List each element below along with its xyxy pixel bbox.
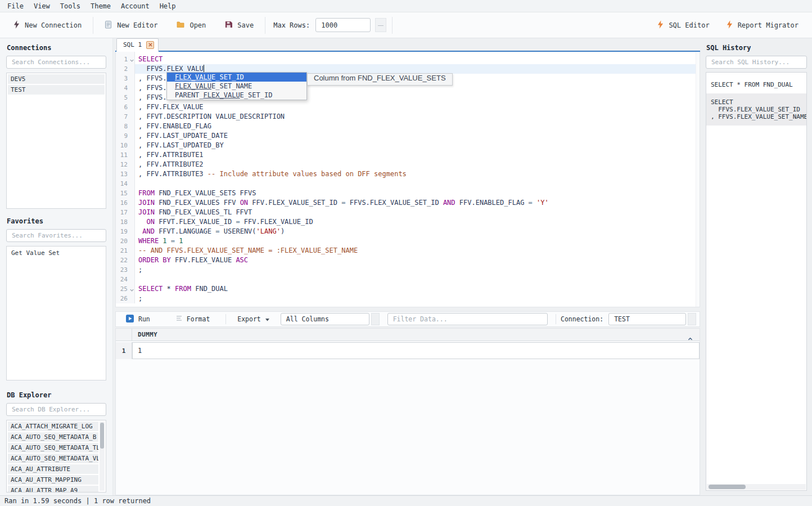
code-text: , FFV.ATTRIBUTE3 -- Include attribute va… bbox=[135, 169, 700, 179]
sql-code-editor[interactable]: 1SELECT2 FFVS.FLEX_VALU3, FFVS.4, FFVS.5… bbox=[115, 52, 700, 307]
code-line[interactable]: 12, FFV.ATTRIBUTE2 bbox=[116, 160, 700, 169]
code-line[interactable]: 23; bbox=[116, 265, 700, 275]
code-line[interactable]: 13, FFV.ATTRIBUTE3 -- Include attribute … bbox=[116, 169, 700, 179]
history-item[interactable]: SELECT FFVS.FLEX_VALUE_SET_ID , FFVS.FLE… bbox=[706, 93, 806, 126]
line-number: 3 bbox=[116, 74, 135, 83]
line-number: 20 bbox=[116, 236, 135, 246]
db-table-item[interactable]: ACA_AUTO_SEQ_METADATA_TL bbox=[8, 443, 98, 453]
code-line[interactable]: 7, FFVT.DESCRIPTION VALUE_DESCRIPTION bbox=[116, 112, 700, 122]
code-line[interactable]: 26; bbox=[116, 294, 700, 303]
results-toolbar: Run Format Export All Columns Connection… bbox=[115, 311, 700, 327]
open-button[interactable]: Open bbox=[171, 17, 211, 33]
code-line[interactable]: 19 AND FFVT.LANGUAGE = USERENV('LANG') bbox=[116, 227, 700, 236]
code-line[interactable]: 25SELECT * FROM FND_DUAL bbox=[116, 284, 700, 294]
play-icon bbox=[126, 315, 134, 324]
code-text: AND FFVT.LANGUAGE = USERENV('LANG') bbox=[135, 227, 700, 236]
connection-label: Connection: bbox=[561, 315, 608, 323]
menu-account[interactable]: Account bbox=[116, 1, 155, 11]
export-button[interactable]: Export bbox=[231, 315, 276, 323]
connection-select-button[interactable] bbox=[688, 313, 696, 325]
code-line[interactable]: 20WHERE 1 = 1 bbox=[116, 236, 700, 246]
code-line[interactable]: 21-- AND FFVS.FLEX_VALUE_SET_NAME = :FLE… bbox=[116, 246, 700, 256]
max-rows-label: Max Rows: bbox=[273, 21, 310, 29]
code-line[interactable]: 17JOIN FND_FLEX_VALUES_TL FFVT bbox=[116, 208, 700, 217]
columns-select[interactable]: All Columns bbox=[281, 313, 369, 325]
tab-sql-1[interactable]: SQL 1 bbox=[116, 38, 159, 52]
format-button[interactable]: Format bbox=[169, 315, 217, 323]
code-text: JOIN FND_FLEX_VALUES FFV ON FFV.FLEX_VAL… bbox=[135, 198, 700, 208]
menu-file[interactable]: File bbox=[2, 1, 29, 11]
scrollbar-thumb[interactable] bbox=[709, 485, 746, 489]
editor-scrollbar[interactable] bbox=[696, 52, 700, 307]
db-table-item[interactable]: ACA_AU_ATTR_MAP_A9 bbox=[8, 486, 98, 492]
autocomplete-item[interactable]: PARENT_FLEX_VALUE_SET_ID bbox=[167, 91, 306, 100]
code-text bbox=[135, 275, 700, 284]
code-line[interactable]: 15FROM FND_FLEX_VALUE_SETS FFVS bbox=[116, 189, 700, 198]
connection-item[interactable]: TEST bbox=[8, 85, 105, 95]
history-item[interactable]: SELECT * FROM FND_DUAL bbox=[706, 76, 806, 93]
code-line[interactable]: 24 bbox=[116, 275, 700, 284]
code-line[interactable]: 1SELECT bbox=[116, 55, 700, 64]
db-table-item[interactable]: ACA_AU_ATTR_MAPPING bbox=[8, 475, 98, 485]
menu-tools[interactable]: Tools bbox=[55, 1, 85, 11]
columns-select-button[interactable] bbox=[371, 313, 380, 325]
row-number: 1 bbox=[116, 342, 132, 359]
line-number: 16 bbox=[116, 198, 135, 208]
db-table-item[interactable]: ACA_ATTACH_MIGRATE_LOG bbox=[8, 422, 98, 431]
report-migrator-button[interactable]: Report Migrator bbox=[721, 17, 804, 34]
menu-theme[interactable]: Theme bbox=[85, 1, 116, 11]
scrollbar-thumb[interactable] bbox=[100, 423, 104, 449]
db-table-item[interactable]: ACA_AU_ATTRIBUTE bbox=[8, 464, 98, 474]
code-text: JOIN FND_FLEX_VALUES_TL FFVT bbox=[135, 208, 700, 217]
autocomplete-item[interactable]: FLEX_VALUE_SET_ID bbox=[167, 73, 306, 82]
chevron-up-icon[interactable] bbox=[688, 333, 693, 343]
save-button[interactable]: Save bbox=[219, 17, 259, 33]
favorite-item[interactable]: Get Value Set bbox=[8, 248, 105, 258]
result-cell[interactable]: 1 bbox=[132, 342, 700, 359]
close-tab-icon[interactable] bbox=[146, 41, 154, 49]
db-table-item[interactable]: ACA_AUTO_SEQ_METADATA_VL bbox=[8, 454, 98, 463]
max-rows-input[interactable] bbox=[315, 18, 371, 32]
code-line[interactable]: 11, FFV.ATTRIBUTE1 bbox=[116, 150, 700, 160]
favorites-title: Favorites bbox=[7, 217, 106, 225]
new-connection-label: New Connection bbox=[25, 21, 82, 29]
run-button[interactable]: Run bbox=[119, 315, 157, 324]
search-favorites-input[interactable] bbox=[6, 229, 106, 242]
filter-data-input[interactable] bbox=[387, 313, 548, 325]
code-line[interactable]: 6, FFV.FLEX_VALUE bbox=[116, 102, 700, 112]
sql-history-scrollbar[interactable] bbox=[707, 484, 806, 490]
db-table-item[interactable]: ACA_AUTO_SEQ_METADATA_B bbox=[8, 432, 98, 442]
connection-select[interactable]: TEST bbox=[608, 313, 686, 325]
code-line[interactable]: 14 bbox=[116, 179, 700, 189]
connection-item[interactable]: DEV5 bbox=[8, 74, 105, 84]
save-label: Save bbox=[237, 21, 254, 29]
code-line[interactable]: 9, FFV.LAST_UPDATE_DATE bbox=[116, 131, 700, 141]
line-number: 19 bbox=[116, 227, 135, 236]
code-text: ON FFVT.FLEX_VALUE_ID = FFV.FLEX_VALUE_I… bbox=[135, 217, 700, 227]
menu-help[interactable]: Help bbox=[155, 1, 181, 11]
menu-view[interactable]: View bbox=[29, 1, 55, 11]
code-line[interactable]: 16JOIN FND_FLEX_VALUES FFV ON FFV.FLEX_V… bbox=[116, 198, 700, 208]
new-editor-label: New Editor bbox=[117, 21, 157, 29]
code-line[interactable]: 22ORDER BY FFV.FLEX_VALUE ASC bbox=[116, 256, 700, 265]
code-line[interactable]: 8, FFV.ENABLED_FLAG bbox=[116, 122, 700, 131]
connections-title: Connections bbox=[7, 44, 106, 52]
db-explorer-title: DB Explorer bbox=[7, 391, 106, 399]
search-sql-history-input[interactable] bbox=[706, 56, 807, 69]
search-connections-input[interactable] bbox=[6, 56, 106, 69]
line-number: 4 bbox=[116, 83, 135, 93]
text-cursor bbox=[204, 65, 204, 72]
notepad-icon bbox=[105, 20, 112, 30]
search-db-explorer-input[interactable] bbox=[6, 403, 106, 416]
column-header-dummy[interactable]: DUMMY bbox=[132, 329, 700, 341]
line-number: 8 bbox=[116, 122, 135, 131]
max-rows-spinner[interactable] bbox=[375, 18, 386, 32]
new-connection-button[interactable]: New Connection bbox=[8, 17, 87, 34]
line-number: 11 bbox=[116, 150, 135, 160]
sql-editor-button[interactable]: SQL Editor bbox=[652, 17, 715, 34]
code-line[interactable]: 10, FFV.LAST_UPDATED_BY bbox=[116, 141, 700, 150]
autocomplete-item[interactable]: FLEX_VALUE_SET_NAME bbox=[167, 82, 306, 91]
new-editor-button[interactable]: New Editor bbox=[99, 17, 163, 34]
db-explorer-scrollbar[interactable] bbox=[100, 422, 105, 491]
code-line[interactable]: 18 ON FFVT.FLEX_VALUE_ID = FFV.FLEX_VALU… bbox=[116, 217, 700, 227]
